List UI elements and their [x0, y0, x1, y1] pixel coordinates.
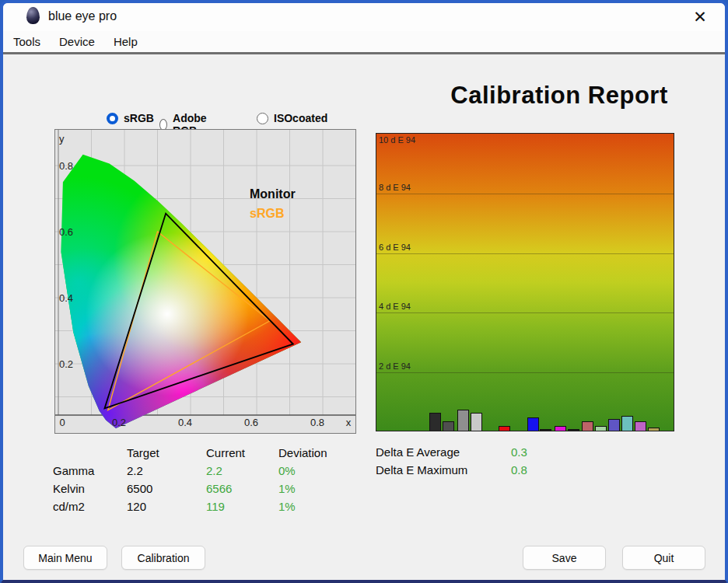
cdm2-current: 119 — [206, 500, 225, 513]
delta-e-bar — [429, 413, 441, 431]
kelvin-current: 6566 — [206, 482, 232, 495]
menu-help[interactable]: Help — [114, 35, 138, 48]
cdm2-target: 120 — [127, 500, 146, 513]
cie-chromaticity-chart: y 0.8 0.6 0.4 0.2 0 0.2 0.4 0.6 0.8 x — [54, 129, 356, 434]
cie-x-tick: 0.8 — [306, 417, 329, 428]
delta-e-bar — [540, 429, 551, 431]
delta-e-gridline-label: 10 d E 94 — [379, 135, 415, 145]
delta-e-bar — [582, 421, 593, 431]
cie-y-tick: 0.2 — [59, 358, 73, 370]
main-content: Calibration Report sRGB Adobe RGB ISOcoa… — [3, 52, 725, 580]
delta-e-bar — [471, 413, 482, 431]
title-bar: blue eye pro ✕ — [3, 3, 725, 31]
cdm2-deviation: 1% — [278, 500, 296, 513]
cie-x-tick: 0 — [51, 417, 74, 428]
legend-monitor: Monitor — [250, 187, 296, 201]
delta-e-average-label: Delta E Average — [376, 445, 460, 459]
cie-x-tick: 0.4 — [173, 417, 197, 428]
delta-e-maximum-value: 0.8 — [511, 463, 527, 477]
delta-e-gridline — [376, 312, 674, 313]
delta-e-bar — [527, 417, 539, 431]
delta-e-gridline — [376, 372, 674, 373]
delta-e-bar — [621, 416, 633, 431]
menu-tools[interactable]: Tools — [13, 35, 40, 48]
delta-e-maximum-label: Delta E Maximum — [376, 463, 467, 477]
delta-e-bar — [568, 429, 579, 431]
delta-e-bar — [499, 426, 510, 431]
cie-x-tick: 0.2 — [107, 417, 131, 428]
radio-isocoated-label: ISOcoated — [274, 112, 327, 124]
kelvin-deviation: 1% — [278, 482, 296, 495]
delta-e-gridline-label: 8 d E 94 — [379, 183, 411, 192]
app-window: blue eye pro ✕ Tools Device Help Calibra… — [0, 0, 728, 583]
row-label-kelvin: Kelvin — [53, 482, 85, 495]
delta-e-gridline-label: 6 d E 94 — [379, 243, 411, 252]
delta-e-bar — [457, 410, 469, 431]
cie-horseshoe — [55, 130, 355, 433]
legend-srgb: sRGB — [250, 207, 284, 221]
col-header-current: Current — [206, 446, 245, 459]
gamma-deviation: 0% — [278, 464, 296, 477]
radio-srgb[interactable]: sRGB — [107, 112, 154, 124]
delta-e-bar — [443, 421, 454, 431]
cie-y-tick: 0.8 — [59, 160, 73, 172]
delta-e-gridline-label: 4 d E 94 — [379, 302, 411, 311]
delta-e-gridline — [376, 194, 674, 194]
delta-e-chart: 10 d E 948 d E 946 d E 944 d E 942 d E 9… — [376, 133, 674, 431]
cie-x-axis-label: x — [337, 417, 360, 428]
delta-e-bar — [635, 421, 646, 431]
window-title: blue eye pro — [48, 9, 117, 23]
gamma-target: 2.2 — [127, 464, 143, 477]
radio-circle-icon[interactable] — [257, 113, 268, 124]
row-label-cdm2: cd/m2 — [53, 500, 85, 513]
delta-e-bar — [595, 426, 607, 431]
row-label-gamma: Gamma — [53, 464, 94, 477]
main-menu-button[interactable]: Main Menu — [23, 546, 107, 570]
delta-e-gridline — [376, 253, 674, 254]
cie-y-tick: 0.4 — [59, 292, 73, 304]
delta-e-bar — [648, 428, 660, 431]
calibration-button[interactable]: Calibration — [121, 546, 205, 570]
save-button[interactable]: Save — [523, 546, 606, 570]
delta-e-bar — [555, 426, 566, 431]
col-header-deviation: Deviation — [278, 446, 327, 459]
delta-e-bar — [608, 419, 620, 431]
cie-plot — [55, 130, 355, 433]
delta-e-average-value: 0.3 — [511, 445, 527, 459]
menu-device[interactable]: Device — [59, 35, 95, 48]
close-icon[interactable]: ✕ — [689, 6, 711, 28]
quit-button[interactable]: Quit — [622, 546, 705, 570]
menu-bar: Tools Device Help — [3, 31, 725, 52]
radio-srgb-label: sRGB — [124, 112, 154, 124]
radio-isocoated[interactable]: ISOcoated — [257, 112, 327, 124]
cie-x-tick: 0.6 — [240, 417, 263, 428]
app-icon — [26, 7, 40, 24]
cie-y-axis-label: y — [59, 133, 65, 145]
delta-e-gridline-label: 2 d E 94 — [379, 361, 411, 371]
cie-y-tick: 0.6 — [59, 226, 73, 238]
page-title: Calibration Report — [408, 82, 711, 110]
col-header-target: Target — [127, 446, 159, 459]
kelvin-target: 6500 — [127, 482, 152, 495]
radio-circle-icon[interactable] — [107, 113, 118, 124]
gamma-current: 2.2 — [206, 464, 222, 477]
